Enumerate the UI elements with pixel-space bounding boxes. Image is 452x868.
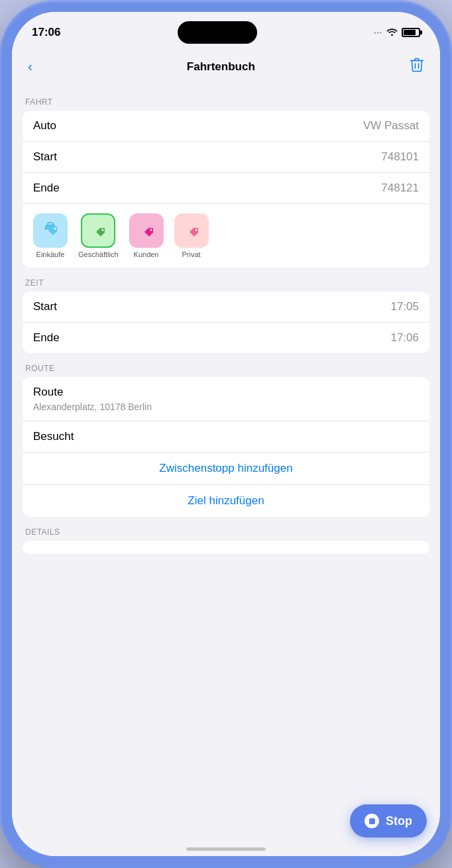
- back-button[interactable]: ‹: [25, 56, 35, 77]
- dynamic-island: [178, 21, 257, 44]
- svg-point-0: [54, 228, 56, 230]
- tags-row: Einkäufe Geschäftlich: [23, 204, 429, 268]
- tag-kunden-label: Kunden: [134, 250, 159, 258]
- route-address: Alexanderplatz, 10178 Berlin: [33, 402, 152, 412]
- tag-kunden[interactable]: Kunden: [129, 213, 164, 258]
- details-section-label: DETAILS: [12, 517, 440, 541]
- ende-zeit-label: Ende: [33, 331, 60, 345]
- phone-screen: 17:06 ··· ‹ Fahrtenbuch: [12, 12, 440, 856]
- status-icons: ···: [374, 27, 420, 38]
- start-km-label: Start: [33, 150, 57, 164]
- stop-square-icon: [369, 818, 375, 824]
- tag-einkaufe-label: Einkäufe: [36, 250, 65, 258]
- ende-km-value: 748121: [381, 182, 419, 195]
- ende-km-row[interactable]: Ende 748121: [23, 173, 429, 204]
- besucht-label: Besucht: [33, 430, 74, 443]
- start-zeit-value: 17:05: [390, 300, 419, 313]
- route-card: Route Alexanderplatz, 10178 Berlin Besuc…: [23, 377, 429, 517]
- route-row[interactable]: Route Alexanderplatz, 10178 Berlin: [23, 377, 429, 421]
- battery-icon: [402, 28, 420, 37]
- ende-zeit-value: 17:06: [390, 331, 419, 345]
- start-zeit-row[interactable]: Start 17:05: [23, 292, 429, 323]
- fahrt-section-label: FAHRT: [12, 87, 440, 111]
- besucht-row[interactable]: Besucht: [23, 421, 429, 453]
- delete-button[interactable]: [407, 54, 427, 79]
- stop-button[interactable]: Stop: [350, 804, 427, 838]
- stop-circle-icon: [365, 814, 379, 828]
- nav-bar: ‹ Fahrtenbuch: [12, 49, 440, 87]
- svg-point-2: [150, 229, 152, 231]
- svg-point-1: [102, 229, 104, 231]
- route-section-label: ROUTE: [12, 353, 440, 377]
- add-dest-button[interactable]: Ziel hinzufügen: [23, 485, 429, 517]
- route-label: Route: [33, 386, 63, 399]
- ende-zeit-row[interactable]: Ende 17:06: [23, 323, 429, 353]
- phone-outer: 17:06 ··· ‹ Fahrtenbuch: [0, 0, 452, 868]
- wifi-icon: [386, 27, 398, 38]
- stop-button-container: Stop: [350, 804, 427, 838]
- status-bar: 17:06 ···: [12, 12, 440, 49]
- start-km-row[interactable]: Start 748101: [23, 142, 429, 173]
- add-stop-button[interactable]: Zwischenstopp hinzufügen: [23, 453, 429, 485]
- tag-privat-label: Privat: [182, 250, 200, 258]
- tag-einkaufe[interactable]: Einkäufe: [33, 213, 68, 258]
- tag-privat[interactable]: Privat: [174, 213, 209, 258]
- auto-row[interactable]: Auto VW Passat: [23, 111, 429, 142]
- scroll-content: FAHRT Auto VW Passat Start 748101 Ende 7…: [12, 87, 440, 856]
- signal-icon: ···: [374, 28, 382, 37]
- home-indicator: [186, 847, 266, 851]
- tag-geschaeftlich-label: Geschäftlich: [78, 250, 119, 258]
- auto-label: Auto: [33, 119, 56, 133]
- start-zeit-label: Start: [33, 300, 57, 313]
- zeit-card: Start 17:05 Ende 17:06: [23, 292, 429, 353]
- details-card: [23, 541, 429, 554]
- auto-value: VW Passat: [363, 119, 419, 133]
- fahrt-card: Auto VW Passat Start 748101 Ende 748121: [23, 111, 429, 268]
- page-title: Fahrtenbuch: [187, 60, 255, 74]
- ende-km-label: Ende: [33, 182, 60, 195]
- status-time: 17:06: [32, 26, 60, 39]
- tag-geschaeftlich[interactable]: Geschäftlich: [78, 213, 119, 258]
- zeit-section-label: ZEIT: [12, 268, 440, 292]
- svg-point-3: [195, 229, 197, 231]
- stop-label: Stop: [386, 814, 412, 828]
- start-km-value: 748101: [381, 150, 419, 164]
